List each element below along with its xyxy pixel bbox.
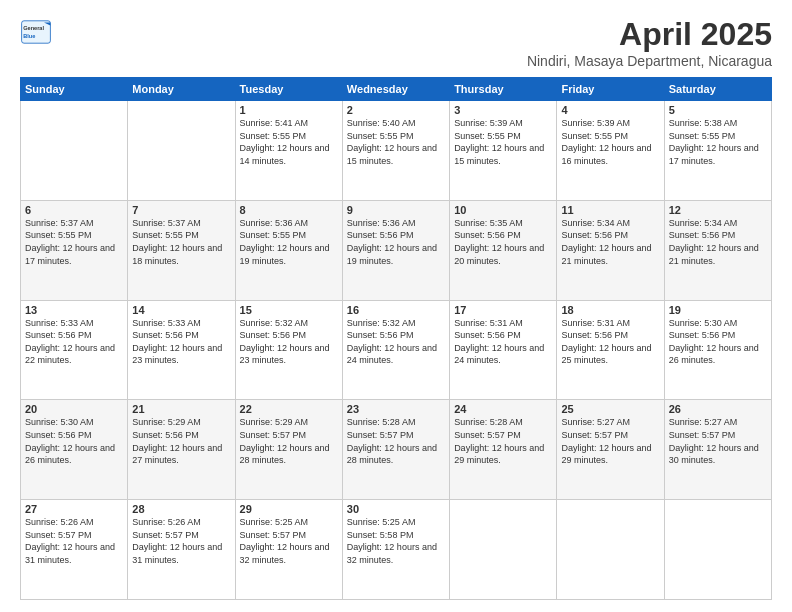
day-info: Sunrise: 5:27 AM Sunset: 5:57 PM Dayligh… xyxy=(669,416,767,466)
calendar-cell: 16Sunrise: 5:32 AM Sunset: 5:56 PM Dayli… xyxy=(342,300,449,400)
day-info: Sunrise: 5:36 AM Sunset: 5:56 PM Dayligh… xyxy=(347,217,445,267)
calendar-cell: 3Sunrise: 5:39 AM Sunset: 5:55 PM Daylig… xyxy=(450,101,557,201)
calendar-week-row: 1Sunrise: 5:41 AM Sunset: 5:55 PM Daylig… xyxy=(21,101,772,201)
day-number: 10 xyxy=(454,204,552,216)
calendar-cell: 20Sunrise: 5:30 AM Sunset: 5:56 PM Dayli… xyxy=(21,400,128,500)
day-number: 2 xyxy=(347,104,445,116)
day-info: Sunrise: 5:38 AM Sunset: 5:55 PM Dayligh… xyxy=(669,117,767,167)
calendar-cell xyxy=(128,101,235,201)
day-info: Sunrise: 5:28 AM Sunset: 5:57 PM Dayligh… xyxy=(454,416,552,466)
day-info: Sunrise: 5:30 AM Sunset: 5:56 PM Dayligh… xyxy=(25,416,123,466)
day-number: 6 xyxy=(25,204,123,216)
day-info: Sunrise: 5:39 AM Sunset: 5:55 PM Dayligh… xyxy=(454,117,552,167)
svg-text:Blue: Blue xyxy=(23,33,35,39)
calendar-cell: 13Sunrise: 5:33 AM Sunset: 5:56 PM Dayli… xyxy=(21,300,128,400)
calendar-cell: 1Sunrise: 5:41 AM Sunset: 5:55 PM Daylig… xyxy=(235,101,342,201)
calendar-cell: 12Sunrise: 5:34 AM Sunset: 5:56 PM Dayli… xyxy=(664,200,771,300)
day-info: Sunrise: 5:39 AM Sunset: 5:55 PM Dayligh… xyxy=(561,117,659,167)
calendar-day-header: Thursday xyxy=(450,78,557,101)
day-number: 13 xyxy=(25,304,123,316)
calendar-day-header: Friday xyxy=(557,78,664,101)
day-number: 17 xyxy=(454,304,552,316)
calendar-week-row: 20Sunrise: 5:30 AM Sunset: 5:56 PM Dayli… xyxy=(21,400,772,500)
calendar-cell: 10Sunrise: 5:35 AM Sunset: 5:56 PM Dayli… xyxy=(450,200,557,300)
calendar-cell: 8Sunrise: 5:36 AM Sunset: 5:55 PM Daylig… xyxy=(235,200,342,300)
day-info: Sunrise: 5:30 AM Sunset: 5:56 PM Dayligh… xyxy=(669,317,767,367)
calendar-cell xyxy=(557,500,664,600)
calendar-cell: 23Sunrise: 5:28 AM Sunset: 5:57 PM Dayli… xyxy=(342,400,449,500)
calendar-cell: 4Sunrise: 5:39 AM Sunset: 5:55 PM Daylig… xyxy=(557,101,664,201)
day-number: 8 xyxy=(240,204,338,216)
calendar-cell: 28Sunrise: 5:26 AM Sunset: 5:57 PM Dayli… xyxy=(128,500,235,600)
calendar-cell: 21Sunrise: 5:29 AM Sunset: 5:56 PM Dayli… xyxy=(128,400,235,500)
day-number: 19 xyxy=(669,304,767,316)
day-number: 12 xyxy=(669,204,767,216)
calendar-cell: 29Sunrise: 5:25 AM Sunset: 5:57 PM Dayli… xyxy=(235,500,342,600)
calendar-week-row: 13Sunrise: 5:33 AM Sunset: 5:56 PM Dayli… xyxy=(21,300,772,400)
day-number: 25 xyxy=(561,403,659,415)
calendar-cell: 22Sunrise: 5:29 AM Sunset: 5:57 PM Dayli… xyxy=(235,400,342,500)
day-number: 14 xyxy=(132,304,230,316)
calendar-cell: 14Sunrise: 5:33 AM Sunset: 5:56 PM Dayli… xyxy=(128,300,235,400)
calendar-cell: 25Sunrise: 5:27 AM Sunset: 5:57 PM Dayli… xyxy=(557,400,664,500)
day-info: Sunrise: 5:34 AM Sunset: 5:56 PM Dayligh… xyxy=(561,217,659,267)
day-number: 26 xyxy=(669,403,767,415)
day-info: Sunrise: 5:31 AM Sunset: 5:56 PM Dayligh… xyxy=(561,317,659,367)
day-number: 20 xyxy=(25,403,123,415)
calendar-cell: 5Sunrise: 5:38 AM Sunset: 5:55 PM Daylig… xyxy=(664,101,771,201)
calendar-cell: 9Sunrise: 5:36 AM Sunset: 5:56 PM Daylig… xyxy=(342,200,449,300)
logo-icon: General Blue xyxy=(20,16,52,48)
calendar-day-header: Wednesday xyxy=(342,78,449,101)
day-info: Sunrise: 5:29 AM Sunset: 5:57 PM Dayligh… xyxy=(240,416,338,466)
day-info: Sunrise: 5:31 AM Sunset: 5:56 PM Dayligh… xyxy=(454,317,552,367)
calendar-cell: 11Sunrise: 5:34 AM Sunset: 5:56 PM Dayli… xyxy=(557,200,664,300)
day-number: 3 xyxy=(454,104,552,116)
calendar-day-header: Sunday xyxy=(21,78,128,101)
calendar-cell: 30Sunrise: 5:25 AM Sunset: 5:58 PM Dayli… xyxy=(342,500,449,600)
calendar-cell: 26Sunrise: 5:27 AM Sunset: 5:57 PM Dayli… xyxy=(664,400,771,500)
day-info: Sunrise: 5:37 AM Sunset: 5:55 PM Dayligh… xyxy=(132,217,230,267)
calendar-cell: 18Sunrise: 5:31 AM Sunset: 5:56 PM Dayli… xyxy=(557,300,664,400)
day-info: Sunrise: 5:27 AM Sunset: 5:57 PM Dayligh… xyxy=(561,416,659,466)
day-info: Sunrise: 5:33 AM Sunset: 5:56 PM Dayligh… xyxy=(25,317,123,367)
page: General Blue April 2025 Nindiri, Masaya … xyxy=(0,0,792,612)
calendar-body: 1Sunrise: 5:41 AM Sunset: 5:55 PM Daylig… xyxy=(21,101,772,600)
logo: General Blue xyxy=(20,16,56,48)
day-info: Sunrise: 5:25 AM Sunset: 5:57 PM Dayligh… xyxy=(240,516,338,566)
header: General Blue April 2025 Nindiri, Masaya … xyxy=(20,16,772,69)
calendar-cell: 15Sunrise: 5:32 AM Sunset: 5:56 PM Dayli… xyxy=(235,300,342,400)
calendar-table: SundayMondayTuesdayWednesdayThursdayFrid… xyxy=(20,77,772,600)
calendar-day-header: Tuesday xyxy=(235,78,342,101)
day-number: 11 xyxy=(561,204,659,216)
day-number: 18 xyxy=(561,304,659,316)
day-info: Sunrise: 5:32 AM Sunset: 5:56 PM Dayligh… xyxy=(347,317,445,367)
calendar-week-row: 6Sunrise: 5:37 AM Sunset: 5:55 PM Daylig… xyxy=(21,200,772,300)
calendar-cell: 2Sunrise: 5:40 AM Sunset: 5:55 PM Daylig… xyxy=(342,101,449,201)
calendar-cell: 24Sunrise: 5:28 AM Sunset: 5:57 PM Dayli… xyxy=(450,400,557,500)
day-number: 5 xyxy=(669,104,767,116)
calendar-header-row: SundayMondayTuesdayWednesdayThursdayFrid… xyxy=(21,78,772,101)
day-number: 28 xyxy=(132,503,230,515)
day-info: Sunrise: 5:36 AM Sunset: 5:55 PM Dayligh… xyxy=(240,217,338,267)
day-number: 22 xyxy=(240,403,338,415)
day-number: 16 xyxy=(347,304,445,316)
calendar-cell: 6Sunrise: 5:37 AM Sunset: 5:55 PM Daylig… xyxy=(21,200,128,300)
calendar-cell: 7Sunrise: 5:37 AM Sunset: 5:55 PM Daylig… xyxy=(128,200,235,300)
day-number: 9 xyxy=(347,204,445,216)
calendar-day-header: Monday xyxy=(128,78,235,101)
day-info: Sunrise: 5:32 AM Sunset: 5:56 PM Dayligh… xyxy=(240,317,338,367)
main-title: April 2025 xyxy=(527,16,772,53)
day-info: Sunrise: 5:26 AM Sunset: 5:57 PM Dayligh… xyxy=(132,516,230,566)
day-info: Sunrise: 5:34 AM Sunset: 5:56 PM Dayligh… xyxy=(669,217,767,267)
calendar-cell: 17Sunrise: 5:31 AM Sunset: 5:56 PM Dayli… xyxy=(450,300,557,400)
day-number: 29 xyxy=(240,503,338,515)
day-number: 23 xyxy=(347,403,445,415)
calendar-cell xyxy=(664,500,771,600)
day-info: Sunrise: 5:41 AM Sunset: 5:55 PM Dayligh… xyxy=(240,117,338,167)
calendar-cell xyxy=(450,500,557,600)
day-number: 7 xyxy=(132,204,230,216)
day-info: Sunrise: 5:35 AM Sunset: 5:56 PM Dayligh… xyxy=(454,217,552,267)
calendar-week-row: 27Sunrise: 5:26 AM Sunset: 5:57 PM Dayli… xyxy=(21,500,772,600)
svg-text:General: General xyxy=(23,25,44,31)
calendar-day-header: Saturday xyxy=(664,78,771,101)
